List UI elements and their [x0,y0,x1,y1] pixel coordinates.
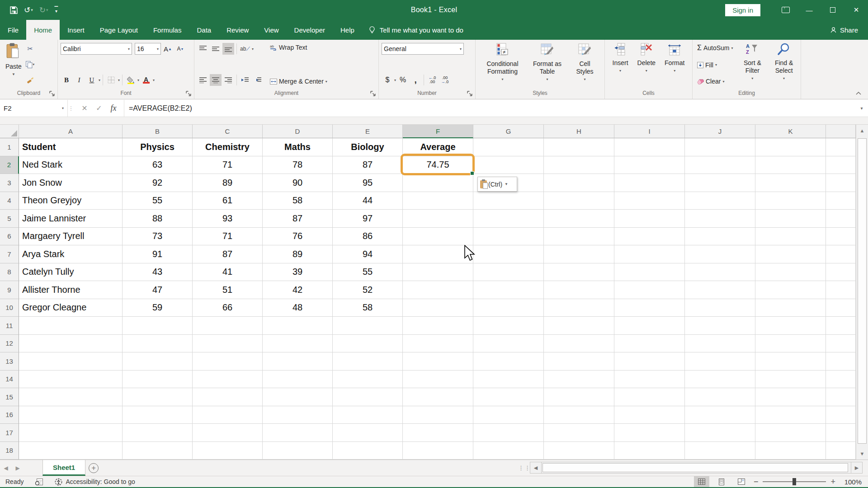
zoom-slider-thumb[interactable] [793,478,796,485]
cell-B12[interactable] [123,335,193,353]
cell-G4[interactable] [473,192,544,210]
cell-G5[interactable] [473,210,544,228]
new-sheet-button[interactable]: + [85,460,102,476]
row-header-10[interactable]: 10 [0,299,19,317]
cancel-formula-icon[interactable]: ✕ [78,104,91,113]
cell-A17[interactable] [19,424,123,442]
horizontal-scrollbar-thumb[interactable] [542,463,848,472]
cell-F5[interactable] [403,210,473,228]
cell-I11[interactable] [614,317,685,335]
cell-F1[interactable]: Average [403,138,473,156]
cell-H10[interactable] [544,299,614,317]
cell-A1[interactable]: Student [19,138,123,156]
comma-style-icon[interactable]: , [410,74,421,86]
cell-K17[interactable] [755,424,826,442]
cell-F6[interactable] [403,228,473,246]
cell-A3[interactable]: Jon Snow [19,174,123,192]
cell-J4[interactable] [685,192,755,210]
cell-E18[interactable] [333,442,403,460]
cell-K10[interactable] [755,299,826,317]
underline-button[interactable]: U [86,74,98,86]
cell-A8[interactable]: Catelyn Tully [19,263,123,282]
cell-filler-2[interactable] [826,156,856,174]
font-size-combo[interactable]: 16▾ [135,43,161,55]
format-as-table-button[interactable]: Format as Table ▾ [528,42,567,89]
cell-A9[interactable]: Allister Thorne [19,281,123,299]
paste-options-button[interactable]: (Ctrl) ▼ [477,177,517,192]
cell-F18[interactable] [403,442,473,460]
tab-help[interactable]: Help [333,20,362,40]
tab-developer[interactable]: Developer [287,20,333,40]
cell-H5[interactable] [544,210,614,228]
cell-E12[interactable] [333,335,403,353]
autosum-button[interactable]: ΣAutoSum▾ [695,43,735,53]
cell-filler-15[interactable] [826,388,856,406]
cell-B6[interactable]: 73 [123,228,193,246]
cell-J14[interactable] [685,371,755,389]
sign-in-button[interactable]: Sign in [725,4,760,16]
expand-formula-bar-icon[interactable]: ▾ [855,100,868,117]
cell-I10[interactable] [614,299,685,317]
cell-D7[interactable]: 89 [263,245,333,263]
next-sheet-icon[interactable]: ▶ [12,460,24,476]
row-header-1[interactable]: 1 [0,138,19,156]
cell-E4[interactable]: 44 [333,192,403,210]
cell-K18[interactable] [755,442,826,460]
row-header-3[interactable]: 3 [0,174,19,192]
cell-E6[interactable]: 86 [333,228,403,246]
cell-filler-5[interactable] [826,210,856,228]
cell-H8[interactable] [544,263,614,282]
cell-A11[interactable] [19,317,123,335]
tab-file[interactable]: File [0,20,26,40]
cell-D1[interactable]: Maths [263,138,333,156]
cell-F11[interactable] [403,317,473,335]
cell-I8[interactable] [614,263,685,282]
cell-E14[interactable] [333,371,403,389]
name-box[interactable]: F2▾ [0,100,68,117]
cell-F2[interactable]: 74.75 [403,156,473,174]
cell-A5[interactable]: Jaime Lannister [19,210,123,228]
cell-styles-button[interactable]: Cell Styles ▾ [569,42,601,89]
cell-K12[interactable] [755,335,826,353]
cell-K14[interactable] [755,371,826,389]
cell-D16[interactable] [263,406,333,424]
tab-formulas[interactable]: Formulas [146,20,189,40]
select-all-corner[interactable] [0,125,19,138]
cell-J13[interactable] [685,352,755,371]
cell-filler-4[interactable] [826,192,856,210]
cell-H2[interactable] [544,156,614,174]
align-right-icon[interactable] [222,74,234,86]
cell-G1[interactable] [473,138,544,156]
font-color-icon[interactable]: A [140,74,152,86]
cell-K11[interactable] [755,317,826,335]
tab-page-layout[interactable]: Page Layout [92,20,146,40]
cell-J6[interactable] [685,228,755,246]
cell-filler-17[interactable] [826,424,856,442]
row-header-4[interactable]: 4 [0,192,19,210]
number-dialog-launcher-icon[interactable] [467,91,473,97]
cell-F10[interactable] [403,299,473,317]
align-center-icon[interactable] [210,74,222,86]
middle-align-icon[interactable] [210,43,222,55]
cell-H6[interactable] [544,228,614,246]
wrap-text-button[interactable]: ab Wrap Text [268,43,309,52]
tab-data[interactable]: Data [189,20,219,40]
conditional-formatting-button[interactable]: ≠ Conditional Formatting ▾ [479,42,526,89]
cell-D5[interactable]: 87 [263,210,333,228]
cell-C5[interactable]: 93 [193,210,263,228]
copy-icon[interactable]: ▾ [24,59,36,70]
cell-J1[interactable] [685,138,755,156]
zoom-in-icon[interactable]: + [830,477,835,487]
cell-I9[interactable] [614,281,685,299]
scroll-left-icon[interactable]: ◀ [530,462,542,474]
cell-H13[interactable] [544,352,614,371]
enter-formula-icon[interactable]: ✓ [92,104,106,113]
row-header-2[interactable]: 2 [0,156,19,174]
cell-J9[interactable] [685,281,755,299]
cell-C9[interactable]: 51 [193,281,263,299]
cell-filler-1[interactable] [826,138,856,156]
cell-D14[interactable] [263,371,333,389]
cell-B5[interactable]: 88 [123,210,193,228]
bold-button[interactable]: B [61,74,72,86]
cell-I4[interactable] [614,192,685,210]
